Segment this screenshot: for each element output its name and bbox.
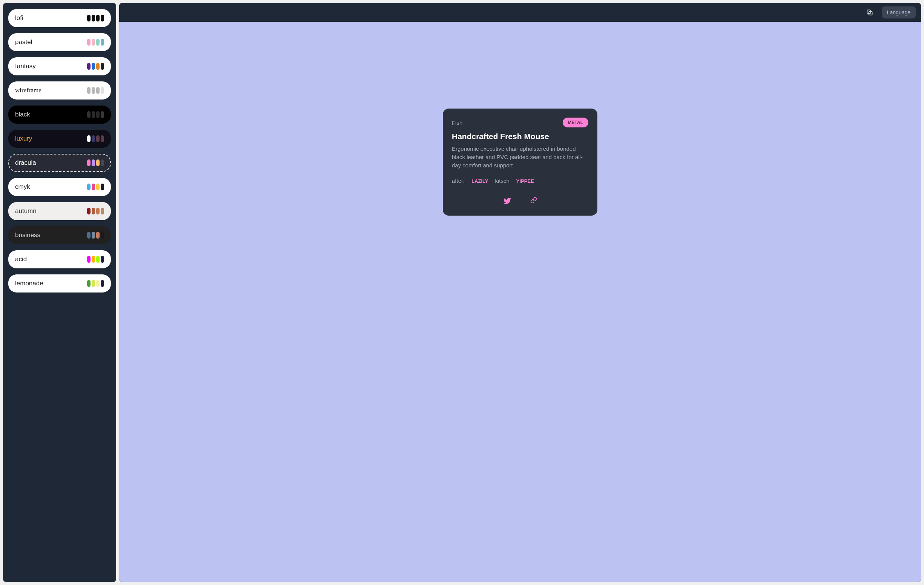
swatch: [92, 208, 95, 214]
theme-label: lemonade: [15, 280, 43, 287]
theme-swatches: [87, 87, 104, 94]
topbar: Language: [119, 3, 921, 22]
copy-icon: [866, 9, 873, 16]
card-header: Fish METAL: [452, 118, 588, 127]
swatch: [92, 184, 95, 190]
copy-button[interactable]: [863, 6, 876, 19]
theme-label: autumn: [15, 207, 36, 215]
swatch: [92, 87, 95, 94]
theme-item-acid[interactable]: acid: [8, 250, 111, 269]
card-description: Ergonomic executive chair upholstered in…: [452, 145, 588, 169]
theme-item-cmyk[interactable]: cmyk: [8, 178, 111, 196]
swatch: [101, 256, 104, 263]
preview-canvas: Fish METAL Handcrafted Fresh Mouse Ergon…: [119, 22, 921, 582]
swatch: [96, 256, 99, 263]
swatch: [92, 63, 95, 70]
swatch: [101, 39, 104, 46]
card-title: Handcrafted Fresh Mouse: [452, 132, 588, 141]
swatch: [92, 160, 95, 166]
swatch: [101, 111, 104, 118]
swatch: [87, 39, 91, 46]
swatch: [96, 184, 99, 190]
swatch: [96, 87, 99, 94]
swatch: [87, 63, 91, 70]
theme-swatches: [87, 15, 104, 21]
tag-primary: LAZILY: [472, 178, 488, 184]
theme-swatches: [87, 280, 104, 287]
theme-swatches: [87, 208, 104, 214]
theme-label: acid: [15, 255, 27, 263]
theme-swatches: [87, 232, 104, 239]
swatch: [87, 135, 91, 142]
theme-swatches: [87, 63, 104, 70]
swatch: [101, 232, 104, 239]
swatch: [96, 39, 99, 46]
swatch: [101, 63, 104, 70]
card-category: Fish: [452, 119, 462, 126]
swatch: [96, 15, 99, 21]
twitter-button[interactable]: [503, 197, 512, 206]
theme-swatches: [87, 39, 104, 46]
swatch: [96, 111, 99, 118]
link-icon: [530, 197, 537, 204]
theme-label: cmyk: [15, 183, 30, 191]
swatch: [96, 232, 99, 239]
main-panel: Language Fish METAL Handcrafted Fresh Mo…: [119, 3, 921, 582]
theme-label: pastel: [15, 38, 32, 46]
swatch: [92, 15, 95, 21]
theme-swatches: [87, 111, 104, 118]
theme-label: wireframe: [15, 87, 41, 94]
swatch: [101, 184, 104, 190]
theme-label: dracula: [15, 159, 36, 166]
swatch: [87, 232, 91, 239]
theme-item-lofi[interactable]: lofi: [8, 9, 111, 27]
swatch: [96, 63, 99, 70]
card-badge: METAL: [563, 118, 588, 127]
swatch: [101, 208, 104, 214]
theme-swatches: [87, 256, 104, 263]
card-tags: after: LAZILY kitsch YIPPEE: [452, 178, 588, 184]
swatch: [92, 135, 95, 142]
tag-secondary: kitsch: [495, 178, 510, 184]
swatch: [92, 39, 95, 46]
swatch: [96, 208, 99, 214]
theme-item-lemonade[interactable]: lemonade: [8, 274, 111, 292]
swatch: [87, 160, 91, 166]
theme-label: business: [15, 231, 40, 239]
card-actions: [452, 197, 588, 206]
theme-item-business[interactable]: business: [8, 226, 111, 244]
swatch: [92, 256, 95, 263]
swatch: [87, 280, 91, 287]
theme-label: lofi: [15, 14, 23, 22]
theme-item-pastel[interactable]: pastel: [8, 33, 111, 51]
link-button[interactable]: [530, 197, 537, 206]
theme-swatches: [87, 160, 104, 166]
tag-accent: YIPPEE: [516, 178, 534, 184]
theme-item-dracula[interactable]: dracula: [8, 154, 111, 172]
theme-item-wireframe[interactable]: wireframe: [8, 81, 111, 99]
swatch: [101, 280, 104, 287]
swatch: [96, 280, 99, 287]
swatch: [92, 111, 95, 118]
theme-swatches: [87, 184, 104, 190]
swatch: [87, 87, 91, 94]
twitter-icon: [503, 197, 512, 205]
swatch: [87, 184, 91, 190]
swatch: [101, 160, 104, 166]
swatch: [96, 135, 99, 142]
swatch: [92, 280, 95, 287]
swatch: [87, 111, 91, 118]
theme-label: luxury: [15, 135, 32, 142]
preview-card: Fish METAL Handcrafted Fresh Mouse Ergon…: [443, 109, 597, 216]
theme-item-fantasy[interactable]: fantasy: [8, 57, 111, 76]
theme-item-luxury[interactable]: luxury: [8, 130, 111, 148]
theme-item-autumn[interactable]: autumn: [8, 202, 111, 220]
swatch: [87, 208, 91, 214]
tags-label: after:: [452, 178, 465, 184]
swatch: [96, 160, 99, 166]
swatch: [101, 135, 104, 142]
swatch: [101, 87, 104, 94]
theme-item-black[interactable]: black: [8, 105, 111, 124]
theme-label: black: [15, 111, 30, 119]
language-button[interactable]: Language: [882, 7, 916, 18]
